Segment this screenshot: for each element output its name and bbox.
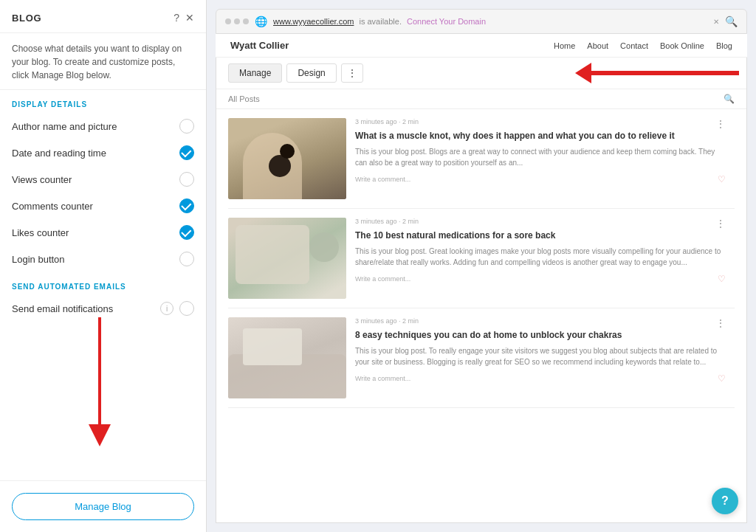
nav-book[interactable]: Book Online xyxy=(660,41,704,50)
blog-post-card-3: 3 minutes ago · 2 min ⋮ 8 easy technique… xyxy=(228,317,735,408)
info-icon[interactable]: i xyxy=(160,302,173,315)
browser-dot-3 xyxy=(243,18,249,24)
toggle-views: Views counter xyxy=(0,166,206,193)
post-write-comment-3[interactable]: Write a comment... xyxy=(355,375,410,382)
post-title-2: The 10 best natural medications for a so… xyxy=(355,229,726,242)
panel-title: BLOG xyxy=(12,13,41,24)
manage-button[interactable]: Manage xyxy=(228,63,282,83)
post-heart-1[interactable]: ♡ xyxy=(718,174,726,184)
post-excerpt-3: This is your blog post. To really engage… xyxy=(355,345,726,367)
post-meta-1: 3 minutes ago · 2 min xyxy=(355,118,419,127)
post-more-3[interactable]: ⋮ xyxy=(715,317,726,329)
site-name: Wyatt Collier xyxy=(230,40,289,51)
browser-dot-2 xyxy=(234,18,240,24)
toggle-email-checkbox[interactable] xyxy=(179,301,194,316)
post-more-2[interactable]: ⋮ xyxy=(715,218,726,229)
connect-domain-link[interactable]: Connect Your Domain xyxy=(407,17,486,26)
close-tab-icon[interactable]: ✕ xyxy=(713,18,719,26)
panel-description: Choose what details you want to display … xyxy=(0,33,206,90)
arrow-head xyxy=(575,63,591,83)
manage-blog-button[interactable]: Manage Blog xyxy=(12,493,194,520)
panel-content: DISPLAY DETAILS Author name and picture … xyxy=(0,90,206,532)
red-arrow-left xyxy=(575,63,739,83)
post-info-2: 3 minutes ago · 2 min ⋮ The 10 best natu… xyxy=(346,218,735,299)
blog-content-area: Manage Design ⋮ All Posts 🔍 xyxy=(216,58,747,523)
post-image-2 xyxy=(228,218,346,299)
design-button[interactable]: Design xyxy=(286,63,336,83)
arrow-left-annotation xyxy=(575,63,739,83)
toggle-comments: Comments counter xyxy=(0,193,206,219)
help-button[interactable]: ? xyxy=(712,488,738,514)
toggle-login-label: Login button xyxy=(12,254,65,265)
post-more-1[interactable]: ⋮ xyxy=(715,118,726,130)
toggle-login-checkbox[interactable] xyxy=(179,252,194,266)
toggle-date: Date and reading time xyxy=(0,139,206,166)
post-heart-2[interactable]: ♡ xyxy=(718,274,726,284)
toggle-comments-label: Comments counter xyxy=(12,201,93,212)
post-info-3: 3 minutes ago · 2 min ⋮ 8 easy technique… xyxy=(346,317,735,398)
blog-toolbar: Manage Design ⋮ xyxy=(216,58,746,89)
all-posts-label: All Posts xyxy=(228,94,260,103)
browser-dot-1 xyxy=(225,18,231,24)
toggle-date-label: Date and reading time xyxy=(12,148,106,159)
send-emails-label: SEND AUTOMATED EMAILS xyxy=(0,272,206,295)
toggle-email: Send email notifications i xyxy=(0,295,206,322)
toggle-comments-checkbox[interactable] xyxy=(179,198,194,213)
site-nav: Wyatt Collier Home About Contact Book On… xyxy=(216,34,747,58)
posts-search-icon[interactable]: 🔍 xyxy=(724,94,735,104)
post-title-3: 8 easy techniques you can do at home to … xyxy=(355,329,726,342)
post-footer-2: Write a comment... ♡ xyxy=(355,274,726,284)
toggle-login: Login button xyxy=(0,246,206,272)
post-footer-3: Write a comment... ♡ xyxy=(355,373,726,384)
right-panel: 🌐 www.wyyaecollier.com is available. Con… xyxy=(207,0,756,532)
toggle-views-checkbox[interactable] xyxy=(179,172,194,187)
nav-blog[interactable]: Blog xyxy=(716,41,732,50)
panel-header-icons: ? ✕ xyxy=(173,12,194,24)
site-nav-links: Home About Contact Book Online Blog xyxy=(554,41,732,50)
post-heart-3[interactable]: ♡ xyxy=(718,373,726,384)
browser-chrome: 🌐 www.wyyaecollier.com is available. Con… xyxy=(216,9,747,34)
post-write-comment-1[interactable]: Write a comment... xyxy=(355,176,410,183)
browser-search-icon[interactable]: 🔍 xyxy=(725,15,738,27)
post-title-1: What is a muscle knot, why does it happe… xyxy=(355,130,726,142)
left-panel: BLOG ? ✕ Choose what details you want to… xyxy=(0,0,207,532)
post-meta-2: 3 minutes ago · 2 min xyxy=(355,218,419,227)
toggle-date-checkbox[interactable] xyxy=(179,145,194,160)
post-footer-1: Write a comment... ♡ xyxy=(355,174,726,184)
post-info-1: 3 minutes ago · 2 min ⋮ What is a muscle… xyxy=(346,118,735,199)
domain-text: www.wyyaecollier.com xyxy=(273,17,354,26)
question-icon[interactable]: ? xyxy=(173,12,179,24)
post-image-1 xyxy=(228,118,346,199)
available-text: is available. xyxy=(359,17,401,26)
arrow-shaft xyxy=(591,71,739,75)
blog-posts-list: 3 minutes ago · 2 min ⋮ What is a muscle… xyxy=(216,109,746,417)
toggle-likes-checkbox[interactable] xyxy=(179,225,194,240)
toggle-views-label: Views counter xyxy=(12,174,72,185)
blog-post-card-1: 3 minutes ago · 2 min ⋮ What is a muscle… xyxy=(228,118,735,209)
toggle-likes-label: Likes counter xyxy=(12,227,69,238)
browser-dots xyxy=(225,18,249,24)
toggle-email-label: Send email notifications xyxy=(12,303,113,314)
toggle-likes: Likes counter xyxy=(0,219,206,246)
toggle-author-checkbox[interactable] xyxy=(179,119,194,134)
panel-footer: Manage Blog xyxy=(0,480,206,532)
more-options-button[interactable]: ⋮ xyxy=(341,63,363,83)
all-posts-bar: All Posts 🔍 xyxy=(216,89,746,109)
post-image-3 xyxy=(228,317,346,398)
toggle-author: Author name and picture xyxy=(0,113,206,139)
post-excerpt-1: This is your blog post. Blogs are a grea… xyxy=(355,146,726,168)
globe-icon: 🌐 xyxy=(255,15,267,27)
nav-about[interactable]: About xyxy=(587,41,608,50)
close-icon[interactable]: ✕ xyxy=(185,12,194,24)
nav-home[interactable]: Home xyxy=(554,41,575,50)
display-details-label: DISPLAY DETAILS xyxy=(0,90,206,113)
nav-contact[interactable]: Contact xyxy=(620,41,648,50)
blog-post-card-2: 3 minutes ago · 2 min ⋮ The 10 best natu… xyxy=(228,218,735,308)
toggle-author-label: Author name and picture xyxy=(12,121,117,132)
post-excerpt-2: This is your blog post. Great looking im… xyxy=(355,246,726,268)
post-meta-3: 3 minutes ago · 2 min xyxy=(355,317,419,326)
browser-url-bar: www.wyyaecollier.com is available. Conne… xyxy=(273,17,707,26)
post-write-comment-2[interactable]: Write a comment... xyxy=(355,275,410,283)
panel-header: BLOG ? ✕ xyxy=(0,0,206,33)
